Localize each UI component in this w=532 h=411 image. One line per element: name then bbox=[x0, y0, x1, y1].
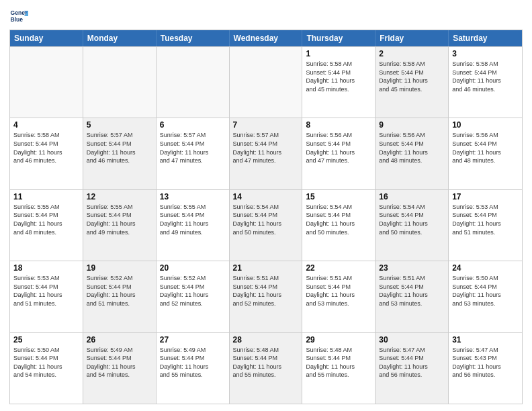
calendar-day-1: 1Sunrise: 5:58 AM Sunset: 5:44 PM Daylig… bbox=[302, 47, 375, 118]
day-info: Sunrise: 5:54 AM Sunset: 5:44 PM Dayligh… bbox=[233, 203, 299, 236]
day-number: 13 bbox=[160, 192, 226, 201]
calendar-row-1: 4Sunrise: 5:58 AM Sunset: 5:44 PM Daylig… bbox=[10, 118, 522, 189]
day-number: 9 bbox=[379, 120, 445, 130]
calendar-day-12: 12Sunrise: 5:55 AM Sunset: 5:44 PM Dayli… bbox=[83, 190, 157, 261]
day-number: 2 bbox=[379, 49, 445, 58]
calendar-body: 1Sunrise: 5:58 AM Sunset: 5:44 PM Daylig… bbox=[10, 46, 522, 404]
day-info: Sunrise: 5:58 AM Sunset: 5:44 PM Dayligh… bbox=[379, 60, 445, 93]
day-info: Sunrise: 5:56 AM Sunset: 5:44 PM Dayligh… bbox=[306, 131, 371, 165]
day-info: Sunrise: 5:58 AM Sunset: 5:44 PM Dayligh… bbox=[13, 131, 79, 165]
weekday-header-friday: Friday bbox=[375, 30, 449, 46]
weekday-header-sunday: Sunday bbox=[10, 30, 83, 46]
header: General Blue bbox=[9, 7, 523, 26]
calendar-day-22: 22Sunrise: 5:51 AM Sunset: 5:44 PM Dayli… bbox=[302, 261, 375, 332]
calendar-day-30: 30Sunrise: 5:47 AM Sunset: 5:44 PM Dayli… bbox=[375, 333, 449, 404]
day-number: 19 bbox=[87, 263, 152, 273]
day-number: 8 bbox=[306, 120, 371, 130]
day-number: 4 bbox=[13, 120, 79, 130]
calendar-header: SundayMondayTuesdayWednesdayThursdayFrid… bbox=[10, 30, 522, 46]
day-info: Sunrise: 5:57 AM Sunset: 5:44 PM Dayligh… bbox=[87, 131, 152, 165]
day-number: 20 bbox=[160, 263, 226, 273]
day-number: 23 bbox=[379, 263, 445, 273]
calendar-day-5: 5Sunrise: 5:57 AM Sunset: 5:44 PM Daylig… bbox=[83, 118, 157, 189]
day-info: Sunrise: 5:52 AM Sunset: 5:44 PM Dayligh… bbox=[87, 274, 152, 308]
calendar-day-27: 27Sunrise: 5:49 AM Sunset: 5:44 PM Dayli… bbox=[157, 333, 230, 404]
weekday-header-saturday: Saturday bbox=[449, 30, 522, 46]
calendar-empty-cell bbox=[230, 47, 303, 118]
day-number: 26 bbox=[87, 335, 152, 345]
day-number: 10 bbox=[452, 120, 519, 130]
logo: General Blue bbox=[9, 7, 31, 26]
day-info: Sunrise: 5:57 AM Sunset: 5:44 PM Dayligh… bbox=[233, 131, 299, 165]
calendar-empty-cell bbox=[157, 47, 230, 118]
calendar-day-8: 8Sunrise: 5:56 AM Sunset: 5:44 PM Daylig… bbox=[302, 118, 375, 189]
day-number: 7 bbox=[233, 120, 299, 130]
calendar-row-2: 11Sunrise: 5:55 AM Sunset: 5:44 PM Dayli… bbox=[10, 189, 522, 261]
day-info: Sunrise: 5:53 AM Sunset: 5:44 PM Dayligh… bbox=[452, 203, 519, 236]
day-number: 3 bbox=[452, 49, 519, 58]
day-number: 28 bbox=[233, 335, 299, 345]
weekday-header-tuesday: Tuesday bbox=[157, 30, 230, 46]
calendar-day-29: 29Sunrise: 5:48 AM Sunset: 5:44 PM Dayli… bbox=[302, 333, 375, 404]
day-info: Sunrise: 5:54 AM Sunset: 5:44 PM Dayligh… bbox=[306, 203, 371, 236]
day-info: Sunrise: 5:47 AM Sunset: 5:44 PM Dayligh… bbox=[379, 346, 445, 379]
day-info: Sunrise: 5:49 AM Sunset: 5:44 PM Dayligh… bbox=[160, 346, 226, 379]
day-info: Sunrise: 5:53 AM Sunset: 5:44 PM Dayligh… bbox=[13, 274, 79, 308]
day-number: 5 bbox=[87, 120, 152, 130]
calendar-day-23: 23Sunrise: 5:51 AM Sunset: 5:44 PM Dayli… bbox=[375, 261, 449, 332]
calendar-day-17: 17Sunrise: 5:53 AM Sunset: 5:44 PM Dayli… bbox=[449, 190, 522, 261]
day-number: 18 bbox=[13, 263, 79, 273]
day-info: Sunrise: 5:49 AM Sunset: 5:44 PM Dayligh… bbox=[87, 346, 152, 379]
day-number: 21 bbox=[233, 263, 299, 273]
day-number: 24 bbox=[452, 263, 519, 273]
day-number: 17 bbox=[452, 192, 519, 201]
calendar-empty-cell bbox=[83, 47, 157, 118]
calendar-day-9: 9Sunrise: 5:56 AM Sunset: 5:44 PM Daylig… bbox=[375, 118, 449, 189]
day-number: 15 bbox=[306, 192, 371, 201]
day-number: 1 bbox=[306, 49, 371, 58]
day-info: Sunrise: 5:50 AM Sunset: 5:44 PM Dayligh… bbox=[13, 346, 79, 379]
calendar-row-0: 1Sunrise: 5:58 AM Sunset: 5:44 PM Daylig… bbox=[10, 46, 522, 118]
calendar-day-28: 28Sunrise: 5:48 AM Sunset: 5:44 PM Dayli… bbox=[230, 333, 303, 404]
weekday-header-wednesday: Wednesday bbox=[230, 30, 303, 46]
day-info: Sunrise: 5:51 AM Sunset: 5:44 PM Dayligh… bbox=[379, 274, 445, 308]
day-number: 22 bbox=[306, 263, 371, 273]
calendar-day-11: 11Sunrise: 5:55 AM Sunset: 5:44 PM Dayli… bbox=[10, 190, 83, 261]
day-number: 12 bbox=[87, 192, 152, 201]
day-number: 30 bbox=[379, 335, 445, 345]
weekday-header-monday: Monday bbox=[83, 30, 157, 46]
day-info: Sunrise: 5:55 AM Sunset: 5:44 PM Dayligh… bbox=[13, 203, 79, 236]
day-number: 25 bbox=[13, 335, 79, 345]
day-info: Sunrise: 5:58 AM Sunset: 5:44 PM Dayligh… bbox=[452, 60, 519, 93]
day-info: Sunrise: 5:55 AM Sunset: 5:44 PM Dayligh… bbox=[160, 203, 226, 236]
day-info: Sunrise: 5:50 AM Sunset: 5:44 PM Dayligh… bbox=[452, 274, 519, 308]
day-number: 31 bbox=[452, 335, 519, 345]
day-info: Sunrise: 5:56 AM Sunset: 5:44 PM Dayligh… bbox=[452, 131, 519, 165]
calendar-row-3: 18Sunrise: 5:53 AM Sunset: 5:44 PM Dayli… bbox=[10, 261, 522, 332]
day-number: 11 bbox=[13, 192, 79, 201]
calendar-day-2: 2Sunrise: 5:58 AM Sunset: 5:44 PM Daylig… bbox=[375, 47, 449, 118]
svg-text:Blue: Blue bbox=[11, 16, 24, 23]
day-number: 27 bbox=[160, 335, 226, 345]
day-info: Sunrise: 5:57 AM Sunset: 5:44 PM Dayligh… bbox=[160, 131, 226, 165]
calendar-day-21: 21Sunrise: 5:51 AM Sunset: 5:44 PM Dayli… bbox=[230, 261, 303, 332]
day-number: 29 bbox=[306, 335, 371, 345]
calendar-day-16: 16Sunrise: 5:54 AM Sunset: 5:44 PM Dayli… bbox=[375, 190, 449, 261]
day-info: Sunrise: 5:51 AM Sunset: 5:44 PM Dayligh… bbox=[233, 274, 299, 308]
calendar-day-25: 25Sunrise: 5:50 AM Sunset: 5:44 PM Dayli… bbox=[10, 333, 83, 404]
weekday-header-thursday: Thursday bbox=[302, 30, 375, 46]
day-info: Sunrise: 5:55 AM Sunset: 5:44 PM Dayligh… bbox=[87, 203, 152, 236]
calendar-day-4: 4Sunrise: 5:58 AM Sunset: 5:44 PM Daylig… bbox=[10, 118, 83, 189]
day-info: Sunrise: 5:56 AM Sunset: 5:44 PM Dayligh… bbox=[379, 131, 445, 165]
calendar-day-19: 19Sunrise: 5:52 AM Sunset: 5:44 PM Dayli… bbox=[83, 261, 157, 332]
calendar-empty-cell bbox=[10, 47, 83, 118]
day-info: Sunrise: 5:48 AM Sunset: 5:44 PM Dayligh… bbox=[306, 346, 371, 379]
calendar-day-13: 13Sunrise: 5:55 AM Sunset: 5:44 PM Dayli… bbox=[157, 190, 230, 261]
day-info: Sunrise: 5:58 AM Sunset: 5:44 PM Dayligh… bbox=[306, 60, 371, 93]
calendar-day-31: 31Sunrise: 5:47 AM Sunset: 5:43 PM Dayli… bbox=[449, 333, 522, 404]
calendar: SundayMondayTuesdayWednesdayThursdayFrid… bbox=[9, 30, 523, 404]
page: General Blue SundayMondayTuesdayWednesda… bbox=[0, 0, 532, 411]
calendar-day-26: 26Sunrise: 5:49 AM Sunset: 5:44 PM Dayli… bbox=[83, 333, 157, 404]
calendar-day-24: 24Sunrise: 5:50 AM Sunset: 5:44 PM Dayli… bbox=[449, 261, 522, 332]
calendar-day-7: 7Sunrise: 5:57 AM Sunset: 5:44 PM Daylig… bbox=[230, 118, 303, 189]
